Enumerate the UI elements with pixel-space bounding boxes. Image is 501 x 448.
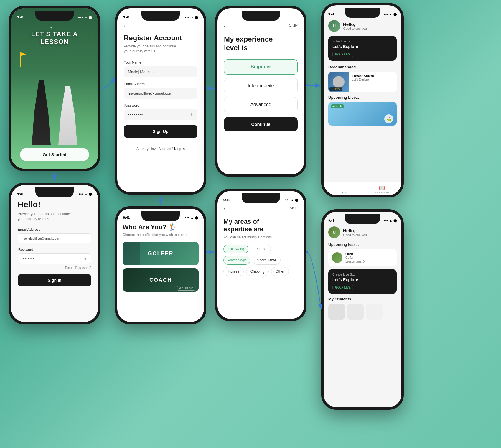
status-time-phone1: 9:41	[17, 15, 24, 19]
good-to-text-phone8: Good to see you!	[343, 233, 368, 237]
arrow-dot-5	[306, 251, 308, 253]
phone-experience: ‹ SKIP My experience level is Beginner I…	[215, 6, 306, 177]
back-button-phone3[interactable]: ‹	[124, 23, 197, 29]
intermediate-option[interactable]: Intermediate	[224, 78, 298, 93]
status-icons-phone3: ●●●▲⬤	[185, 16, 198, 19]
schedule-label: Schedule Le...	[332, 39, 393, 43]
hero-decoration: ✦ ——	[11, 26, 98, 29]
name-field[interactable]: Maciej Marczak	[124, 66, 197, 77]
upcoming-section-title: Upcoming Live...	[328, 95, 397, 100]
register-title: Register Account	[124, 34, 197, 42]
login-link[interactable]: Log In	[174, 147, 185, 151]
password-field-phone3[interactable]: •••••••• 👁	[124, 109, 197, 120]
upcoming-card-phone7[interactable]: ⛳ In 5 min	[328, 102, 397, 126]
lesson-card-phone8[interactable]: Oleh Golfer Lesson time: 0	[328, 249, 397, 266]
eye-icon-phone3[interactable]: 👁	[190, 113, 193, 117]
advanced-option[interactable]: Advanced	[224, 97, 298, 112]
hero-title-line2: LESSON	[11, 38, 98, 46]
email-field-phone2[interactable]: maciejgolflive@gmail.com	[18, 233, 91, 243]
expertise-subtitle: You can select multiple options.	[223, 235, 298, 239]
home-icon: ⌂	[342, 185, 345, 190]
password-field-phone2[interactable]: •••••••• 👁	[18, 253, 91, 264]
skip-button-phone6[interactable]: SKIP	[289, 206, 298, 212]
lesson-avatar	[332, 252, 342, 263]
lesson-time: Lesson time: 0	[345, 260, 365, 263]
nav-home-phone7[interactable]: ⌂ Home	[324, 185, 362, 194]
tag-psychology[interactable]: Psychology	[223, 256, 250, 265]
coach-label: COACH	[149, 277, 172, 283]
name-label: Your Name	[124, 60, 197, 65]
signup-button[interactable]: Sign Up	[124, 125, 197, 138]
register-subtitle: Provide your details and continue your j…	[124, 44, 197, 54]
arrow-dot-3	[206, 251, 208, 253]
status-icons-phone2: ●●●▲⬤	[79, 192, 92, 196]
status-time-phone2: 9:41	[17, 192, 24, 196]
login-title: Hello!	[18, 200, 91, 209]
status-time-phone3: 9:41	[123, 15, 130, 19]
golfer-label: GOLFER	[148, 251, 174, 257]
golfer-card[interactable]: GOLFER	[123, 242, 199, 265]
continue-button-phone5[interactable]: Continue	[224, 117, 298, 131]
hello-greeting-phone8: Hello,	[343, 228, 368, 233]
email-field-phone3[interactable]: maciejgolflive@gmail.com	[124, 88, 197, 99]
phone-home2: 9:41 ●●●▲⬤ U Hello, Good to see you! Upc…	[321, 209, 404, 410]
status-time-phone4: 9:41	[123, 216, 130, 219]
golf-live-badge-phone4: GOLF LIVE	[177, 286, 195, 291]
forgot-password-link[interactable]: Forgot Password?	[18, 266, 91, 269]
hero-title-line1: LET'S TAKE A	[11, 30, 98, 38]
password-label-phone2: Password	[18, 248, 91, 252]
back-button-phone6[interactable]: ‹	[223, 206, 225, 212]
already-account-text: Already Have Account? Log In	[124, 147, 197, 151]
who-title: Who Are You? 🏌	[123, 223, 199, 231]
instructor-name: Trevor Salzm...	[352, 74, 377, 78]
instructor-sub: Let's Explore	[352, 78, 377, 81]
user-avatar-phone7: U	[328, 20, 340, 32]
upcoming-lessons-title: Upcoming less...	[328, 242, 397, 247]
lesson-name: Oleh	[345, 252, 365, 256]
phone-login: 9:41 ●●●▲⬤ Hello! Provide your details a…	[9, 183, 100, 324]
nav-lessons-phone7[interactable]: 📖 My Lessons	[362, 185, 401, 194]
phone-splash: 9:41 ●●●▲⬤ ✦ —— LET'S	[9, 6, 100, 171]
who-subtitle: Choose the profile that you wish to crea…	[123, 233, 199, 237]
instructor-image: 5.0 (124)	[328, 72, 349, 92]
back-button-phone5[interactable]: ‹	[224, 23, 226, 29]
get-started-button[interactable]: Get Started	[20, 148, 89, 161]
user-avatar-phone8: U	[328, 226, 340, 238]
create-label: Create Live S...	[332, 273, 393, 276]
tag-other[interactable]: Other	[271, 267, 289, 276]
phone-who-are-you: 9:41 ●●●▲⬤ Who Are You? 🏌 Choose the pro…	[115, 206, 206, 324]
tag-putting[interactable]: Putting	[251, 245, 271, 253]
password-label-phone3: Password	[124, 103, 197, 108]
phone-home: 9:41 ●●●▲⬤ U Hello, Good to see you! Sch…	[321, 3, 404, 197]
lessons-icon: 📖	[379, 185, 385, 190]
bottom-nav-phone7: ⌂ Home 📖 My Lessons	[324, 182, 401, 195]
tag-chipping[interactable]: Chipping	[246, 267, 269, 276]
tag-short-game[interactable]: Short Game	[253, 256, 281, 265]
recommended-card-phone7[interactable]: 5.0 (124) Trevor Salzm... Let's Explore	[328, 72, 397, 92]
status-icons-phone6: ●●●▲⬤	[285, 198, 298, 202]
instructor-rating: 5.0 (124)	[329, 87, 342, 91]
eye-icon-phone2[interactable]: 👁	[84, 257, 88, 261]
my-students-title: My Students	[328, 297, 397, 301]
coach-card[interactable]: COACH GOLF LIVE	[123, 268, 199, 292]
expertise-title: My areas of expertise are	[223, 218, 298, 233]
sign-in-button[interactable]: Sign In	[18, 274, 91, 286]
tag-full-swing[interactable]: Full Swing	[223, 245, 248, 253]
email-label-phone2: Email Address	[18, 228, 91, 232]
status-icons-phone7: ●●●▲⬤	[384, 13, 397, 16]
status-icons-phone1: ●●●▲⬤	[78, 16, 92, 19]
login-subtitle: Provide your details and continue your j…	[18, 212, 91, 222]
recommended-section-title: Recommended	[328, 65, 397, 69]
arrow-dot-2	[206, 87, 208, 89]
status-time-phone6: 9:41	[223, 198, 230, 202]
golf-live-badge-phone7: GOLF LIVE	[332, 52, 353, 57]
status-icons-phone8: ●●●▲⬤	[384, 219, 397, 222]
golf-live-badge-phone8: GOLF LIVE	[332, 285, 353, 290]
tag-fitness[interactable]: Fitness	[223, 267, 244, 276]
create-card-phone8[interactable]: Create Live S... Let's Explore GOLF LIVE	[328, 269, 397, 294]
arrow-dot-4	[306, 84, 308, 86]
beginner-option[interactable]: Beginner	[224, 59, 298, 75]
lesson-role: Golfer	[345, 256, 365, 259]
skip-button-phone5[interactable]: SKIP	[289, 23, 298, 29]
schedule-card-phone7[interactable]: Schedule Le... Let's Explore GOLF LIVE	[328, 36, 397, 61]
